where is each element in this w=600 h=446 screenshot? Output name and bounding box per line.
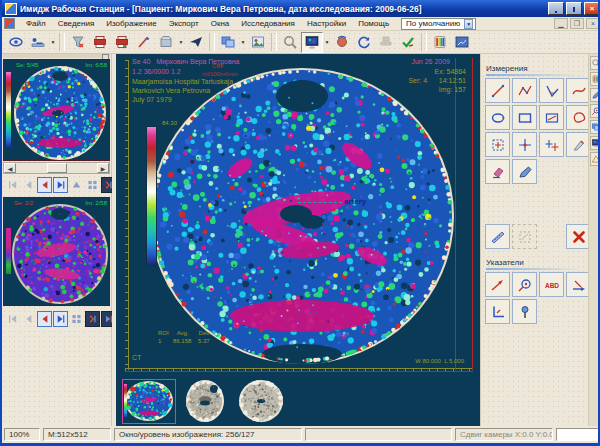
menu-item-5[interactable]: Исследования [235,18,301,29]
application-window: Имидж Рабочая Станция - [Пациент: Мирков… [0,0,600,446]
measure-rect-button[interactable] [512,105,537,130]
strip-display-button[interactable] [590,136,600,150]
calibrate-ruler-button[interactable] [485,224,510,249]
export-button[interactable] [155,32,177,53]
strip-strip-warning-button[interactable] [590,152,600,166]
print-image-button[interactable] [111,32,133,53]
measure-ellipse-button[interactable] [485,105,510,130]
screen-settings-button[interactable] [451,32,473,53]
strip-palette-button[interactable] [590,72,600,86]
template-disabled-button[interactable] [512,224,537,249]
reconstruction-button[interactable] [331,32,353,53]
nav-prev-button[interactable] [21,311,36,327]
strip-measure-pencil-button[interactable] [590,88,600,102]
patient-list-button-dropdown-icon[interactable]: ▼ [49,32,57,53]
minimize-button[interactable] [548,2,564,15]
patient-list-button[interactable] [27,32,49,53]
nav-up-button[interactable] [69,177,84,193]
scroll-right-icon[interactable]: ▶ [97,163,109,173]
scroll-track[interactable] [16,163,97,173]
nav-left-red-button[interactable] [37,177,52,193]
menu-item-7[interactable]: Помощь [352,18,395,29]
pointer-target-button[interactable] [512,272,537,297]
menu-item-3[interactable]: Экспорт [163,18,205,29]
pointer-pin-button[interactable] [512,299,537,324]
mdi-minimize-button[interactable]: ▁ [554,18,568,29]
filmstrip-thumb-3[interactable] [234,379,288,423]
measure-area-button[interactable] [539,105,564,130]
zoom-button[interactable] [279,32,301,53]
strip-zoom-button[interactable] [590,56,600,70]
export-button-dropdown-icon[interactable]: ▼ [177,32,185,53]
open-study-button[interactable] [5,32,27,53]
nav-left-red-button[interactable] [37,311,52,327]
pointer-pin-icon [517,304,533,320]
compare-button[interactable] [217,32,239,53]
filmstrip-thumb-2[interactable] [182,379,228,423]
rotate-button[interactable] [353,32,375,53]
menu-item-4[interactable]: Окна [205,18,236,29]
annotate-button[interactable] [133,32,155,53]
slice-scrollbar[interactable]: ◀ ▶ [3,162,110,174]
annotate-icon [136,34,152,50]
nav-right-blue-button[interactable] [53,311,68,327]
measure-angle-button[interactable] [539,78,564,103]
print-button[interactable] [89,32,111,53]
nav-prev-button[interactable] [21,177,36,193]
nav-first-button[interactable] [5,177,20,193]
main-image-viewport[interactable]: 84.30 Se 40 Миркович Вера Петровна 1.2 3… [116,54,480,376]
menu-item-1[interactable]: Сведения [52,18,101,29]
strip-pointer-target-button[interactable] [590,104,600,118]
nav-left-red-icon [38,178,51,192]
send-button[interactable] [185,32,207,53]
main-toolbar: ▼▼▼▼ [2,31,600,54]
series-viewport-b[interactable]: Se: 2/2 Im: 2/58 [3,197,110,306]
pointer-arrow-button[interactable] [485,272,510,297]
menu-item-0[interactable]: Файл [20,18,52,29]
measure-roi-multi-button[interactable] [539,132,564,157]
nav-dark-a-button[interactable] [85,311,100,327]
nav-first-button[interactable] [5,311,20,327]
nav-grid-button[interactable] [85,177,100,193]
side-tool-strip [588,54,600,426]
measure-line-icon [490,83,506,99]
mdi-restore-button[interactable]: ❒ [570,18,584,29]
maximize-button[interactable] [566,2,582,15]
close-button[interactable]: × [584,2,600,15]
pointer-arrow-line-icon [571,277,587,293]
menu-item-6[interactable]: Настройки [301,18,352,29]
reference-line-vertical[interactable] [455,58,456,370]
gallery-button[interactable] [247,32,269,53]
status-input[interactable] [556,428,600,441]
menu-item-2[interactable]: Изображение [100,18,162,29]
scroll-thumb[interactable] [47,163,67,173]
series-viewport-a[interactable]: Se: 5/45 Im: 6/58 [3,59,110,161]
measure-roi-rect-button[interactable] [485,132,510,157]
panel-a-grip[interactable] [3,54,110,58]
pointer-angle-icon [490,304,506,320]
scroll-left-icon[interactable]: ◀ [4,163,16,173]
chevron-down-icon[interactable]: ▼ [464,19,473,29]
display-mode-button-dropdown-icon[interactable]: ▼ [323,32,331,53]
palette-button[interactable] [429,32,451,53]
filmstrip-thumb-selected[interactable] [122,379,176,424]
strip-compare-button[interactable] [590,120,600,134]
pointer-angle-button[interactable] [485,299,510,324]
measure-roi-point-button[interactable] [512,132,537,157]
pointer-abd-button[interactable]: ABD [539,272,564,297]
measure-polyline-button[interactable] [512,78,537,103]
display-mode-button[interactable] [301,32,323,53]
mdi-close-button[interactable]: × [586,18,600,29]
measure-polyline-icon [517,83,533,99]
delete-all-icon [571,229,587,245]
apply-button[interactable] [397,32,419,53]
measure-pencil-button[interactable] [512,159,537,184]
nav-right-blue-button[interactable] [53,177,68,193]
measure-eraser-button[interactable] [485,159,510,184]
layout-preset-combo[interactable]: По умолчанию ▼ [401,18,476,30]
filter-button[interactable] [67,32,89,53]
compare-button-dropdown-icon[interactable]: ▼ [239,32,247,53]
measure-line-button[interactable] [485,78,510,103]
stamp-button[interactable] [375,32,397,53]
nav-grid-button[interactable] [69,311,84,327]
